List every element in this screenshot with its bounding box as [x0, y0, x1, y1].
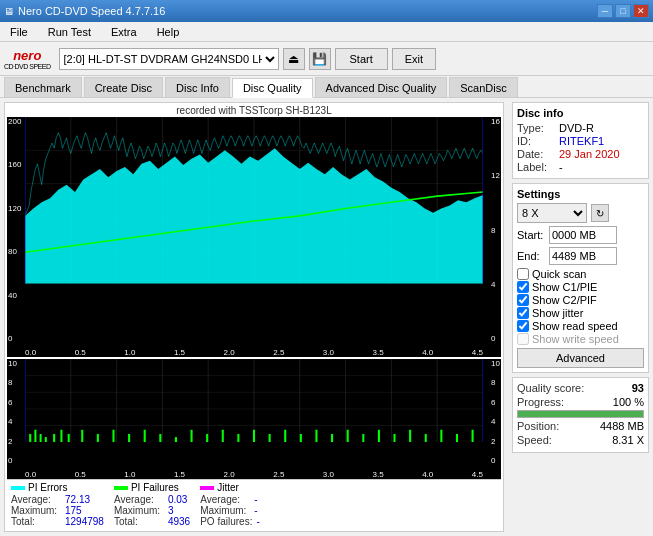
y-right-16: 16 — [491, 117, 500, 126]
toolbar: nero CD·DVD SPEED [2:0] HL-DT-ST DVDRAM … — [0, 42, 653, 76]
y2-right-6: 6 — [491, 398, 500, 407]
titlebar-controls: ─ □ ✕ — [597, 4, 649, 18]
advanced-button[interactable]: Advanced — [517, 348, 644, 368]
disc-label-row: Label: - — [517, 161, 644, 173]
show-jitter-row: Show jitter — [517, 307, 644, 319]
start-row: Start: — [517, 226, 644, 244]
show-read-speed-checkbox[interactable] — [517, 320, 529, 332]
eject-icon[interactable]: ⏏ — [283, 48, 305, 70]
y-label-120: 120 — [8, 204, 21, 213]
disc-id-row: ID: RITEKF1 — [517, 135, 644, 147]
refresh-icon[interactable]: ↻ — [591, 204, 609, 222]
y2-label-2: 2 — [8, 437, 17, 446]
y2-label-8: 8 — [8, 378, 17, 387]
save-icon[interactable]: 💾 — [309, 48, 331, 70]
show-write-speed-checkbox[interactable] — [517, 333, 529, 345]
y2-label-0: 0 — [8, 456, 17, 465]
position-row: Position: 4488 MB — [517, 420, 644, 432]
show-read-speed-label: Show read speed — [532, 320, 618, 332]
show-c2-row: Show C2/PIF — [517, 294, 644, 306]
y2-label-10: 10 — [8, 359, 17, 368]
progress-bar — [517, 410, 644, 418]
pi-failures-stats: Average:0.03 Maximum:3 Total:4936 — [114, 494, 190, 527]
chart-subtitle: recorded with TSSTcorp SH-B123L — [7, 105, 501, 116]
main-content: recorded with TSSTcorp SH-B123L 200 160 … — [0, 98, 653, 536]
menu-file[interactable]: File — [4, 24, 34, 40]
disc-info: Disc info Type: DVD-R ID: RITEKF1 Date: … — [512, 102, 649, 179]
show-jitter-label: Show jitter — [532, 307, 583, 319]
show-c2-label: Show C2/PIF — [532, 294, 597, 306]
titlebar: 🖥 Nero CD-DVD Speed 4.7.7.16 ─ □ ✕ — [0, 0, 653, 22]
disc-type-row: Type: DVD-R — [517, 122, 644, 134]
upper-chart: 200 160 120 80 40 0 16 12 8 4 0 — [7, 117, 501, 357]
y2-right-4: 4 — [491, 417, 500, 426]
speed-row: Speed: 8.31 X — [517, 434, 644, 446]
end-label: End: — [517, 250, 545, 262]
svg-marker-17 — [25, 148, 483, 283]
quality-score-panel: Quality score: 93 Progress: 100 % Positi… — [512, 377, 649, 453]
start-button[interactable]: Start — [335, 48, 388, 70]
quick-scan-checkbox[interactable] — [517, 268, 529, 280]
y-right-4: 4 — [491, 280, 500, 289]
tab-advanced-disc-quality[interactable]: Advanced Disc Quality — [315, 77, 448, 97]
show-c1-checkbox[interactable] — [517, 281, 529, 293]
lower-chart: 10 8 6 4 2 0 10 8 6 4 2 0 — [7, 359, 501, 479]
exit-button[interactable]: Exit — [392, 48, 436, 70]
tab-create-disc[interactable]: Create Disc — [84, 77, 163, 97]
drive-select[interactable]: [2:0] HL-DT-ST DVDRAM GH24NSD0 LH00 — [59, 48, 279, 70]
disc-date-row: Date: 29 Jan 2020 — [517, 148, 644, 160]
pi-failures-label: PI Failures — [131, 482, 179, 493]
lower-chart-svg — [25, 359, 483, 442]
y2-right-10: 10 — [491, 359, 500, 368]
minimize-button[interactable]: ─ — [597, 4, 613, 18]
close-button[interactable]: ✕ — [633, 4, 649, 18]
legend-pi-errors: PI Errors Average:72.13 Maximum:175 Tota… — [11, 482, 104, 527]
show-c2-checkbox[interactable] — [517, 294, 529, 306]
titlebar-left: 🖥 Nero CD-DVD Speed 4.7.7.16 — [4, 5, 165, 17]
speed-row: 8 X 4 X 6 X Max ↻ — [517, 203, 644, 223]
maximize-button[interactable]: □ — [615, 4, 631, 18]
jitter-label: Jitter — [217, 482, 239, 493]
y-label-80: 80 — [8, 247, 21, 256]
show-jitter-checkbox[interactable] — [517, 307, 529, 319]
pi-errors-label: PI Errors — [28, 482, 67, 493]
end-input[interactable] — [549, 247, 617, 265]
end-row: End: — [517, 247, 644, 265]
show-c1-label: Show C1/PIE — [532, 281, 597, 293]
disc-info-title: Disc info — [517, 107, 644, 119]
jitter-color — [200, 486, 214, 490]
jitter-stats: Average:- Maximum:- PO failures:- — [200, 494, 260, 527]
tab-disc-info[interactable]: Disc Info — [165, 77, 230, 97]
y2-right-2: 2 — [491, 437, 500, 446]
progress-row: Progress: 100 % — [517, 396, 644, 408]
speed-select[interactable]: 8 X 4 X 6 X Max — [517, 203, 587, 223]
y-label-40: 40 — [8, 291, 21, 300]
pi-errors-color — [11, 486, 25, 490]
app-icon: 🖥 — [4, 6, 14, 17]
show-read-speed-row: Show read speed — [517, 320, 644, 332]
pi-errors-stats: Average:72.13 Maximum:175 Total:1294798 — [11, 494, 104, 527]
y-right-8: 8 — [491, 226, 500, 235]
menu-run-test[interactable]: Run Test — [42, 24, 97, 40]
app-title: Nero CD-DVD Speed 4.7.7.16 — [18, 5, 165, 17]
quick-scan-row: Quick scan — [517, 268, 644, 280]
x-axis-upper: 0.0 0.5 1.0 1.5 2.0 2.5 3.0 3.5 4.0 4.5 — [25, 348, 483, 357]
nero-logo: nero CD·DVD SPEED — [4, 48, 51, 70]
settings-panel: Settings 8 X 4 X 6 X Max ↻ Start: End: — [512, 183, 649, 373]
y-right-0: 0 — [491, 334, 500, 343]
tab-scan-disc[interactable]: ScanDisc — [449, 77, 517, 97]
legend: PI Errors Average:72.13 Maximum:175 Tota… — [7, 479, 501, 529]
menu-help[interactable]: Help — [151, 24, 186, 40]
show-write-speed-label: Show write speed — [532, 333, 619, 345]
legend-pi-failures: PI Failures Average:0.03 Maximum:3 Total… — [114, 482, 190, 527]
tab-benchmark[interactable]: Benchmark — [4, 77, 82, 97]
right-panel: Disc info Type: DVD-R ID: RITEKF1 Date: … — [508, 98, 653, 536]
show-c1-row: Show C1/PIE — [517, 281, 644, 293]
y2-label-6: 6 — [8, 398, 17, 407]
start-input[interactable] — [549, 226, 617, 244]
tab-disc-quality[interactable]: Disc Quality — [232, 78, 313, 98]
pi-failures-color — [114, 486, 128, 490]
menu-extra[interactable]: Extra — [105, 24, 143, 40]
y2-right-8: 8 — [491, 378, 500, 387]
start-label: Start: — [517, 229, 545, 241]
